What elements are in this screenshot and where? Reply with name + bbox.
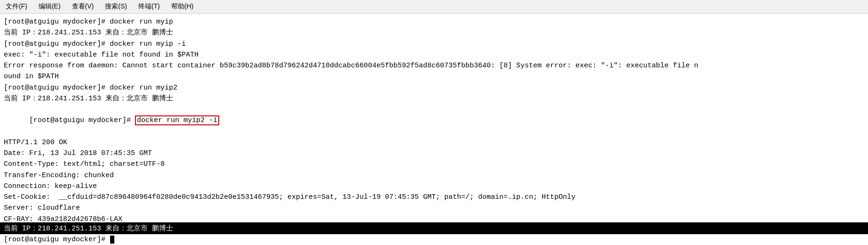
menu-view[interactable]: 查看(V) [70, 2, 96, 11]
terminal-line-14: Connection: keep-alive [4, 181, 864, 192]
menu-terminal[interactable]: 终端(T) [136, 2, 162, 11]
menu-edit[interactable]: 编辑(E) [37, 2, 63, 11]
terminal-line-7: [root@atguigu mydocker]# docker run myip… [4, 82, 864, 93]
terminal-line-11: Date: Fri, 13 Jul 2018 07:45:35 GMT [4, 148, 864, 159]
status-bar: 当前 IP：218.241.251.153 来自：北京市 鹏博士 [0, 222, 868, 234]
terminal-line-17: CF-RAY: 439a2182d42678b6-LAX [4, 214, 864, 223]
terminal-prompt-9: [root@atguigu mydocker]# [29, 116, 135, 124]
terminal-boxed-command: docker run myip2 -i [135, 115, 219, 125]
terminal-line-8: 当前 IP：218.241.251.153 来自：北京市 鹏博士 [4, 93, 864, 104]
terminal-line-4: exec: "-i": executable file not found in… [4, 49, 864, 60]
terminal-line-15: Set-Cookie: __cfduid=d87c896480964f0280d… [4, 192, 864, 203]
terminal-line-9: [root@atguigu mydocker]# docker run myip… [4, 104, 864, 137]
terminal-line-3: [root@atguigu mydocker]# docker run myip… [4, 39, 864, 49]
terminal-line-5: Error response from daemon: Cannot start… [4, 60, 864, 71]
cursor-blink [110, 236, 114, 244]
terminal-line-1: [root@atguigu mydocker]# docker run myip [4, 16, 864, 27]
terminal-window: 文件(F) 编辑(E) 查看(V) 搜索(S) 终端(T) 帮助(H) [roo… [0, 0, 868, 245]
terminal-body[interactable]: [root@atguigu mydocker]# docker run myip… [0, 14, 868, 222]
menu-search[interactable]: 搜索(S) [103, 2, 129, 11]
terminal-line-16: Server: cloudflare [4, 203, 864, 213]
terminal-line-13: Transfer-Encoding: chunked [4, 170, 864, 181]
terminal-line-12: Content-Type: text/html; charset=UTF-8 [4, 159, 864, 170]
final-prompt-bar[interactable]: [root@atguigu mydocker]# [0, 234, 868, 245]
final-prompt-text: [root@atguigu mydocker]# [4, 236, 110, 244]
menu-bar: 文件(F) 编辑(E) 查看(V) 搜索(S) 终端(T) 帮助(H) [0, 0, 868, 14]
terminal-line-10: HTTP/1.1 200 OK [4, 137, 864, 148]
terminal-line-6: ound in $PATH [4, 71, 864, 82]
menu-file[interactable]: 文件(F) [4, 2, 29, 11]
menu-help[interactable]: 帮助(H) [169, 2, 195, 11]
terminal-line-2: 当前 IP：218.241.251.153 来自：北京市 鹏博士 [4, 27, 864, 38]
